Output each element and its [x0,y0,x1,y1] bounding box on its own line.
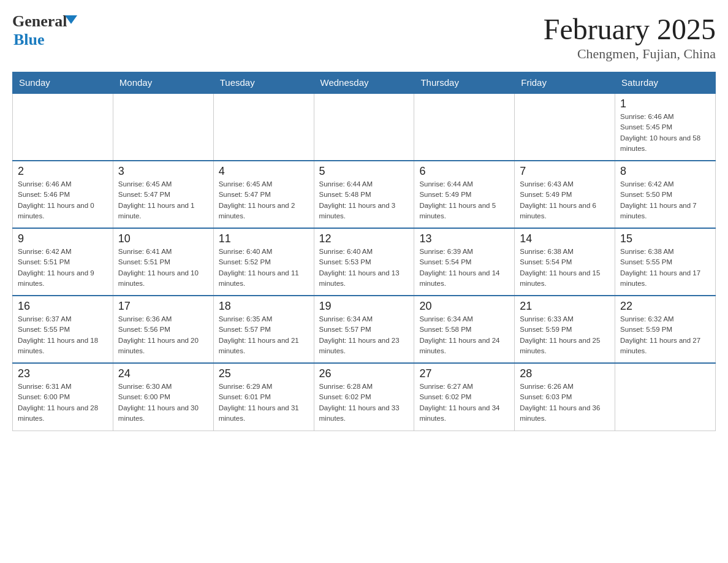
table-row: 23Sunrise: 6:31 AMSunset: 6:00 PMDayligh… [13,363,113,431]
sunrise-text: Sunrise: 6:42 AM [620,180,674,188]
daylight-text: Daylight: 11 hours and 30 minutes. [118,404,199,422]
day-number: 8 [620,165,710,178]
day-info: Sunrise: 6:44 AMSunset: 5:49 PMDaylight:… [419,179,509,221]
table-row: 2Sunrise: 6:46 AMSunset: 5:46 PMDaylight… [13,161,113,228]
sunrise-text: Sunrise: 6:46 AM [18,180,72,188]
daylight-text: Daylight: 11 hours and 21 minutes. [219,337,299,354]
col-monday: Monday [113,72,213,94]
day-number: 20 [419,300,509,313]
calendar-table: Sunday Monday Tuesday Wednesday Thursday… [12,72,716,431]
table-row: 8Sunrise: 6:42 AMSunset: 5:50 PMDaylight… [615,161,716,228]
table-row: 24Sunrise: 6:30 AMSunset: 6:00 PMDayligh… [113,363,213,431]
daylight-text: Daylight: 11 hours and 6 minutes. [520,202,596,220]
sunset-text: Sunset: 5:55 PM [18,326,70,333]
day-info: Sunrise: 6:39 AMSunset: 5:54 PMDaylight:… [419,247,509,289]
day-number: 16 [18,300,108,313]
day-number: 10 [118,232,208,245]
sunset-text: Sunset: 5:47 PM [219,191,271,198]
sunrise-text: Sunrise: 6:28 AM [319,383,373,390]
day-info: Sunrise: 6:36 AMSunset: 5:56 PMDaylight:… [118,314,208,356]
table-row: 9Sunrise: 6:42 AMSunset: 5:51 PMDaylight… [13,228,113,296]
col-friday: Friday [515,72,615,94]
calendar-header-row: Sunday Monday Tuesday Wednesday Thursday… [13,72,716,94]
table-row: 1Sunrise: 6:46 AMSunset: 5:45 PMDaylight… [615,93,716,161]
table-row: 4Sunrise: 6:45 AMSunset: 5:47 PMDaylight… [213,161,314,228]
table-row: 21Sunrise: 6:33 AMSunset: 5:59 PMDayligh… [515,296,615,363]
day-info: Sunrise: 6:34 AMSunset: 5:58 PMDaylight:… [419,314,509,356]
sunrise-text: Sunrise: 6:40 AM [319,248,373,255]
daylight-text: Daylight: 11 hours and 0 minutes. [18,202,94,220]
sunset-text: Sunset: 5:46 PM [18,191,70,198]
col-wednesday: Wednesday [314,72,414,94]
table-row: 18Sunrise: 6:35 AMSunset: 5:57 PMDayligh… [213,296,314,363]
day-number: 6 [419,165,509,178]
day-number: 23 [18,367,108,380]
table-row: 19Sunrise: 6:34 AMSunset: 5:57 PMDayligh… [314,296,414,363]
day-info: Sunrise: 6:43 AMSunset: 5:49 PMDaylight:… [520,179,610,221]
sunrise-text: Sunrise: 6:45 AM [118,180,172,188]
day-number: 9 [18,232,108,245]
table-row: 17Sunrise: 6:36 AMSunset: 5:56 PMDayligh… [113,296,213,363]
day-number: 19 [319,300,409,313]
sunrise-text: Sunrise: 6:39 AM [419,248,473,255]
sunset-text: Sunset: 5:51 PM [118,258,170,266]
table-row: 20Sunrise: 6:34 AMSunset: 5:58 PMDayligh… [414,296,515,363]
sunset-text: Sunset: 5:58 PM [419,326,471,333]
day-number: 28 [520,367,610,380]
day-info: Sunrise: 6:35 AMSunset: 5:57 PMDaylight:… [219,314,309,356]
sunset-text: Sunset: 5:59 PM [520,326,572,333]
daylight-text: Daylight: 11 hours and 15 minutes. [520,269,600,287]
table-row: 15Sunrise: 6:38 AMSunset: 5:55 PMDayligh… [615,228,716,296]
day-number: 4 [219,165,309,178]
sunrise-text: Sunrise: 6:32 AM [620,315,674,323]
day-number: 17 [118,300,208,313]
table-row: 10Sunrise: 6:41 AMSunset: 5:51 PMDayligh… [113,228,213,296]
table-row: 27Sunrise: 6:27 AMSunset: 6:02 PMDayligh… [414,363,515,431]
sunrise-text: Sunrise: 6:38 AM [520,248,574,255]
day-info: Sunrise: 6:42 AMSunset: 5:50 PMDaylight:… [620,179,710,221]
table-row [213,93,314,161]
table-row: 7Sunrise: 6:43 AMSunset: 5:49 PMDaylight… [515,161,615,228]
daylight-text: Daylight: 11 hours and 11 minutes. [219,269,299,287]
sunrise-text: Sunrise: 6:37 AM [18,315,72,323]
daylight-text: Daylight: 11 hours and 3 minutes. [319,202,396,220]
day-info: Sunrise: 6:29 AMSunset: 6:01 PMDaylight:… [219,381,309,424]
sunrise-text: Sunrise: 6:46 AM [620,113,674,120]
day-info: Sunrise: 6:37 AMSunset: 5:55 PMDaylight:… [18,314,108,356]
daylight-text: Daylight: 11 hours and 1 minute. [118,202,195,220]
day-number: 3 [118,165,208,178]
page-header: General Blue February 2025 Chengmen, Fuj… [12,12,716,62]
day-info: Sunrise: 6:40 AMSunset: 5:52 PMDaylight:… [219,247,309,289]
sunrise-text: Sunrise: 6:42 AM [18,248,72,255]
sunrise-text: Sunrise: 6:27 AM [419,383,473,390]
day-number: 1 [620,98,710,110]
location-title: Chengmen, Fujian, China [544,46,716,62]
logo-triangle-icon [65,15,77,24]
daylight-text: Daylight: 11 hours and 33 minutes. [319,404,400,422]
table-row: 14Sunrise: 6:38 AMSunset: 5:54 PMDayligh… [515,228,615,296]
table-row [113,93,213,161]
day-info: Sunrise: 6:46 AMSunset: 5:46 PMDaylight:… [18,179,108,221]
day-info: Sunrise: 6:33 AMSunset: 5:59 PMDaylight:… [520,314,610,356]
table-row: 12Sunrise: 6:40 AMSunset: 5:53 PMDayligh… [314,228,414,296]
table-row [314,93,414,161]
daylight-text: Daylight: 11 hours and 23 minutes. [319,337,400,354]
sunset-text: Sunset: 6:00 PM [18,393,70,400]
col-thursday: Thursday [414,72,515,94]
calendar-week-row: 1Sunrise: 6:46 AMSunset: 5:45 PMDaylight… [13,93,716,161]
table-row [615,363,716,431]
daylight-text: Daylight: 11 hours and 20 minutes. [118,337,199,354]
day-info: Sunrise: 6:42 AMSunset: 5:51 PMDaylight:… [18,247,108,289]
day-number: 7 [520,165,610,178]
sunset-text: Sunset: 5:47 PM [118,191,170,198]
sunrise-text: Sunrise: 6:36 AM [118,315,172,323]
day-info: Sunrise: 6:31 AMSunset: 6:00 PMDaylight:… [18,381,108,424]
daylight-text: Daylight: 11 hours and 17 minutes. [620,269,700,287]
daylight-text: Daylight: 11 hours and 28 minutes. [18,404,98,422]
calendar-week-row: 23Sunrise: 6:31 AMSunset: 6:00 PMDayligh… [13,363,716,431]
calendar-week-row: 9Sunrise: 6:42 AMSunset: 5:51 PMDaylight… [13,228,716,296]
sunrise-text: Sunrise: 6:35 AM [219,315,273,323]
daylight-text: Daylight: 11 hours and 36 minutes. [520,404,600,422]
day-info: Sunrise: 6:27 AMSunset: 6:02 PMDaylight:… [419,381,509,424]
sunset-text: Sunset: 6:00 PM [118,393,170,400]
